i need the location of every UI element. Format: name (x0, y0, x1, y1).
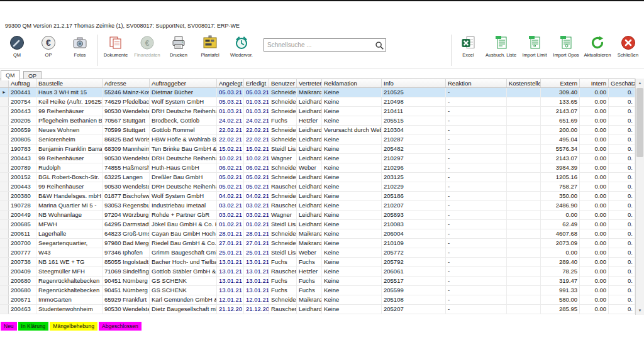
aktualisieren-button[interactable]: Aktualisieren (582, 33, 613, 58)
cell-auftrag: 200449 (9, 211, 36, 219)
table-row[interactable]: 200205Pflegeheim Bethanien BA 170567 Stu… (0, 116, 635, 126)
table-row[interactable]: 200449NB Wohnanlage97204 Würzburg (Markt… (0, 211, 635, 220)
cell-info: 210304 (382, 126, 446, 134)
import-limit-button-label: Import Limit (522, 52, 547, 58)
table-row[interactable]: 200685MFWH64295 DarmstadtJökel Bau GmbH … (0, 220, 635, 229)
cell-erledigt: 13.01.21 (244, 258, 269, 266)
scroll-thumb[interactable] (636, 88, 643, 157)
cell-extern: 289.40 (541, 258, 580, 266)
table-row[interactable]: ►200441Haus 3 WH mit 1555246 Mainz-Kosth… (0, 88, 635, 97)
column-header-erledigt[interactable]: Erledigt (244, 79, 269, 87)
tab-qm[interactable]: QM (1, 70, 20, 80)
table-row[interactable]: 20044399 Reihenhäuser90530 WendelsteinDR… (0, 107, 635, 116)
cell-intern: 0.00 (580, 126, 609, 134)
search-icon[interactable] (374, 40, 385, 53)
import-limit-button[interactable]: Import Limit (519, 33, 550, 58)
table-row[interactable]: 200738NB 161 WE + TG85055 IngolstadtBach… (0, 258, 635, 267)
table-row[interactable]: 200680Regenrückhaltebecken90451 Nürnberg… (0, 277, 635, 286)
table-row[interactable]: 200659Neues Wohnen70599 StuttgartGottlob… (0, 126, 635, 135)
cell-baustelle: 99 Reihenhäuser (36, 182, 103, 191)
table-row[interactable]: 190783Benjamin Franklin Barracks68309 Ma… (0, 145, 635, 154)
table-row[interactable]: 200680Regenrückhaltebecken90451 Nürnberg… (0, 286, 635, 295)
table-row[interactable]: 200777W4397346 IphofenGrimm Baugeschäft … (0, 248, 635, 258)
cell-auftraggeber: Wolf System GmbH (150, 97, 217, 106)
table-row[interactable]: 200805Seniorenheim86825 Bad WörishofenHB… (0, 135, 635, 145)
scroll-up-arrow[interactable]: ▲ (636, 79, 644, 87)
finanzdaten-button[interactable]: € Finanzdaten (131, 33, 163, 58)
column-header-extern[interactable]: Extern (541, 79, 580, 87)
cell-info: 205207 (382, 305, 446, 314)
column-header-kostenstelle[interactable]: Kostenstelle (507, 79, 541, 87)
table-row[interactable]: 20044399 Reihenhäuser90530 WendelsteinDR… (0, 154, 635, 163)
column-header-adresse[interactable]: Adresse (103, 79, 150, 87)
cell-vertreter: Weber (297, 248, 322, 257)
vertical-scrollbar[interactable]: ▲ ▼ (635, 79, 644, 315)
table-row[interactable]: 200754Keil Heike (Auftr. 196253)74629 Pf… (0, 97, 635, 107)
cell-auftraggeber: Wolf System GmbH (150, 192, 217, 200)
drucken-button[interactable]: Drucken (163, 33, 194, 58)
cell-erledigt: 12.01.21 (244, 295, 269, 304)
ausbuch-liste-button[interactable]: Ausbuch. Liste (483, 33, 519, 58)
column-header-vertreter[interactable]: Vertreter (297, 79, 322, 87)
cell-gesch-tzt: 0. (609, 295, 635, 304)
plantafel-button[interactable]: Plantafel (194, 33, 226, 58)
cell-vertreter: Maikranz (297, 239, 322, 248)
column-header-benutzer[interactable]: Benutzer (269, 79, 297, 87)
schliessen-button[interactable]: Schließen (613, 33, 643, 58)
column-header-info[interactable]: Info (382, 79, 446, 87)
table-row[interactable]: 200380B&W Handelsges. mbH01877 Bischofsw… (0, 192, 635, 201)
cell-angelegt: 03.02.21 (217, 201, 244, 210)
cell-vertreter: Leidhardt (297, 154, 322, 163)
excel-button[interactable]: Excel (453, 33, 483, 58)
column-header-auftraggeber[interactable]: Auftraggeber (150, 79, 217, 87)
table-row[interactable]: 200611Lagerhalle64823 Groß-UmstadtCayan … (0, 229, 635, 239)
table-row[interactable]: 190728Marina Quartier Mi 5 -93053 Regens… (0, 201, 635, 211)
search-input[interactable] (264, 38, 386, 52)
cell-gesch-tzt: 0. (609, 107, 635, 116)
cell-auftrag: 200789 (9, 163, 36, 172)
op-button[interactable]: € OP (33, 33, 64, 58)
cell-reaktion: - (446, 201, 507, 210)
cell-baustelle: Haus 3 WH mit 15 (36, 88, 103, 97)
column-header-reklamation[interactable]: Reklamation (322, 79, 382, 87)
table-row[interactable]: 20044399 Reihenhäuser90530 WendelsteinDR… (0, 182, 635, 192)
cell-erledigt: 06.02.21 (244, 163, 269, 172)
table-row[interactable]: 200700Seegartenquartier,97980 Bad Mergen… (0, 239, 635, 248)
column-header-gesch-tzt[interactable]: Geschätzt (609, 79, 635, 87)
cell-reaktion: - (446, 192, 507, 200)
table-row[interactable]: 200463Studentenwohnheim90530 Wendelstein… (0, 305, 635, 314)
cell-auftrag: 200805 (9, 135, 36, 144)
cell-reaktion: - (446, 239, 507, 248)
wiedervorlage-button[interactable]: Wiedervor. (226, 33, 257, 58)
close-icon (620, 34, 636, 52)
scroll-down-arrow[interactable]: ▼ (636, 306, 644, 315)
cell-auftrag: 200680 (9, 277, 36, 285)
import-opos-button[interactable]: Import Opos (550, 33, 582, 58)
cell-reklamation: Keine (322, 267, 382, 276)
cell-adresse: 97346 Iphofen (103, 248, 150, 257)
cell-extern: 5576.34 (541, 145, 580, 153)
cell-auftrag: 200409 (9, 267, 36, 276)
table-row[interactable]: 200671ImmoGarten65929 FrankfurtKarl Gemü… (0, 295, 635, 305)
cell-benutzer: Fuchs (269, 116, 297, 125)
planning-board-icon (202, 34, 218, 52)
column-header-intern[interactable]: Intern (580, 79, 609, 87)
row-indicator (0, 145, 9, 153)
table-row[interactable]: 200152BGL Robert-Bosch-Str.63225 LangenD… (0, 173, 635, 182)
dokumente-button[interactable]: Dokumente (100, 33, 131, 58)
cell-kostenstelle (507, 277, 541, 285)
cell-reaktion: - (446, 116, 507, 125)
qm-button[interactable]: QM (1, 33, 33, 58)
cell-baustelle: MFWH (36, 220, 103, 229)
fotos-button[interactable]: Fotos (64, 33, 96, 58)
table-row[interactable]: 200789Rudolph74855 HaßmersheimHuth-Haus … (0, 163, 635, 173)
cell-angelegt: 13.01.21 (217, 258, 244, 266)
column-header-reaktion[interactable]: Reaktion (446, 79, 507, 87)
cell-erledigt: 21.12.20 (244, 305, 269, 314)
cell-adresse: 64823 Groß-Umstadt (103, 229, 150, 238)
cell-gesch-tzt: 0. (609, 239, 635, 248)
column-header-angelegt[interactable]: Angelegt (217, 79, 244, 87)
cell-reklamation: Keine (322, 173, 382, 182)
column-header-baustelle[interactable]: Baustelle (36, 79, 103, 87)
table-row[interactable]: 200409Steegmüller MFH71069 SindelfingenG… (0, 267, 635, 277)
